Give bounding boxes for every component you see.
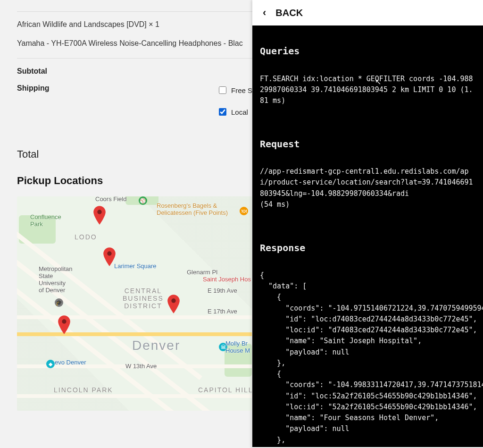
- map-label-coors: Coors Field: [95, 196, 126, 203]
- map-road: [17, 315, 252, 319]
- svg-point-3: [62, 319, 66, 323]
- map-label-larimer: Larimer Square: [114, 262, 157, 270]
- shipping-option-free[interactable]: Free S: [217, 85, 252, 95]
- svg-point-0: [97, 210, 101, 214]
- cart-item: Yamaha - YH-E700A Wireless Noise-Cancell…: [17, 39, 252, 48]
- map-label-e17: E 17th Ave: [208, 308, 237, 315]
- back-button[interactable]: ‹ BACK: [252, 0, 483, 25]
- map-pin[interactable]: [103, 247, 116, 266]
- chevron-left-icon: ‹: [263, 7, 266, 19]
- divider: [17, 58, 252, 59]
- back-label: BACK: [275, 8, 303, 18]
- queries-heading: Queries: [260, 44, 475, 59]
- shipping-options: Free S Local: [217, 84, 252, 128]
- response-heading: Response: [260, 241, 475, 255]
- map-label-molly: Molly Br House M: [225, 340, 250, 354]
- checkout-panel: African Wildlife and Landscapes [DVD] × …: [0, 0, 252, 448]
- shipping-free-label: Free S: [231, 86, 252, 94]
- map-label-stjoseph: Saint Joseph Hos: [203, 276, 251, 283]
- request-heading: Request: [260, 137, 475, 152]
- map-label-capitol: CAPITOL HILL: [198, 386, 252, 394]
- map-label-confluence: Confluence Park: [30, 213, 61, 228]
- total-label: Total: [17, 148, 252, 161]
- query-text: FT.SEARCH idx:location * GEOFILTER coord…: [260, 74, 475, 107]
- map-pin[interactable]: [58, 315, 71, 334]
- map-label-lodo: LODO: [75, 233, 97, 241]
- pickup-locations-title: Pickup Locations: [17, 175, 252, 187]
- svg-point-2: [171, 298, 175, 303]
- pickup-map[interactable]: ⚾ 🍽 🎓 🏛 ◆ Coors Field Rosenberg's Bagels…: [17, 196, 252, 411]
- university-icon: 🎓: [55, 298, 63, 307]
- shipping-row: Shipping Free S Local: [17, 84, 252, 128]
- response-body: { "data": [ { "coords": "-104.9715140672…: [260, 270, 475, 447]
- debug-panel: ‹ BACK Queries FT.SEARCH idx:location * …: [252, 0, 483, 448]
- divider: [17, 11, 252, 12]
- map-label-denver: Denver: [132, 338, 180, 353]
- svg-point-1: [107, 251, 111, 255]
- map-label-glenarm: Glenarm Pl: [187, 269, 217, 276]
- map-label-rosenberg: Rosenberg's Bagels & Delicatessen (Five …: [157, 202, 228, 216]
- subtotal-row: Subtotal: [17, 67, 252, 76]
- map-label-cbd: CENTRAL BUSINESS DISTRICT: [123, 287, 164, 310]
- map-pin[interactable]: [93, 206, 106, 225]
- shop-icon: ◆: [46, 360, 55, 368]
- map-pin[interactable]: [167, 295, 180, 313]
- map-label-msu: Metropolitan State University of Denver: [39, 265, 73, 294]
- cart-item: African Wildlife and Landscapes [DVD] × …: [17, 20, 252, 29]
- subtotal-label: Subtotal: [17, 67, 88, 76]
- request-text: //app-redismart-gcp-central1.edu.redisla…: [260, 166, 475, 210]
- map-road: [17, 394, 252, 398]
- shipping-local-label: Local: [231, 108, 248, 116]
- shipping-free-checkbox[interactable]: [219, 86, 226, 94]
- map-label-w13: W 13th Ave: [125, 363, 157, 370]
- debug-terminal[interactable]: Queries FT.SEARCH idx:location * GEOFILT…: [252, 25, 483, 447]
- map-label-lincoln: LINCOLN PARK: [54, 386, 113, 394]
- restaurant-icon: 🍽: [240, 207, 248, 215]
- stadium-icon: ⚾: [139, 196, 147, 205]
- shipping-option-local[interactable]: Local: [217, 107, 252, 117]
- map-highway: [17, 332, 252, 336]
- map-label-evo: evo Denver: [55, 359, 86, 366]
- shipping-label: Shipping: [17, 84, 88, 93]
- shipping-local-checkbox[interactable]: [219, 108, 226, 116]
- map-label-e19: E 19th Ave: [208, 287, 237, 294]
